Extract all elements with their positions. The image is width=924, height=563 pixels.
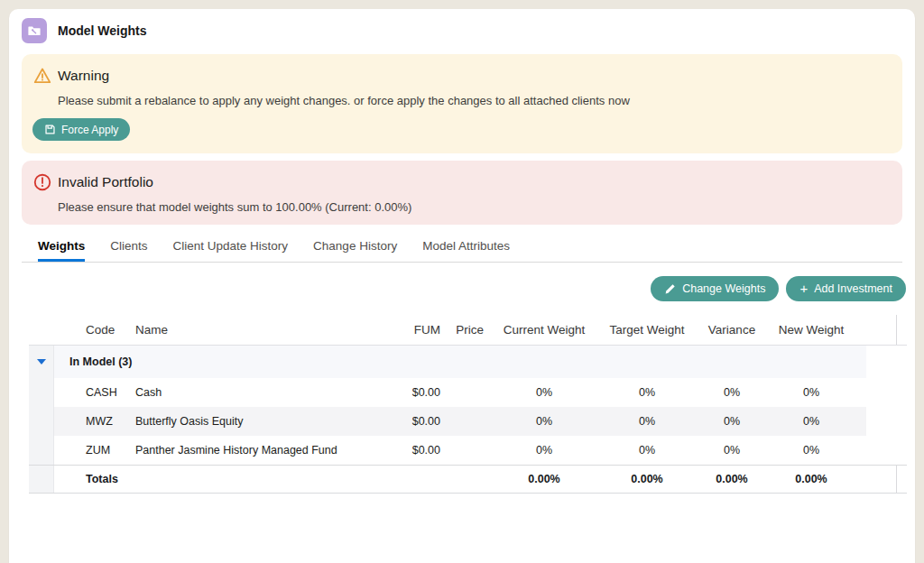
cell-fum: $0.00 xyxy=(385,386,448,399)
row-gutter xyxy=(29,436,54,465)
weights-table: Code Name FUM Price Current Weight Targe… xyxy=(29,315,907,494)
column-header-price[interactable]: Price xyxy=(448,323,492,337)
error-banner: Invalid Portfolio Please ensure that mod… xyxy=(22,161,902,225)
warning-title: Warning xyxy=(58,68,109,84)
add-investment-label: Add Investment xyxy=(814,282,892,295)
cell-fum: $0.00 xyxy=(385,444,448,457)
cell-target-weight: 0% xyxy=(596,444,698,457)
force-apply-label: Force Apply xyxy=(61,124,118,136)
tab-change-history[interactable]: Change History xyxy=(313,239,397,262)
column-header-new-weight[interactable]: New Weight xyxy=(766,323,856,337)
totals-label: Totals xyxy=(79,473,130,485)
cell-current-weight: 0% xyxy=(492,386,596,399)
cell-new-weight: 0% xyxy=(766,386,856,399)
tab-client-update-history[interactable]: Client Update History xyxy=(173,239,289,262)
warning-banner-head: Warning xyxy=(32,66,890,86)
plus-icon: + xyxy=(799,282,808,295)
totals-variance: 0.00% xyxy=(698,473,766,485)
group-row-in-model: In Model (3) xyxy=(29,346,907,378)
tab-bar: Weights Clients Client Update History Ch… xyxy=(22,239,902,263)
column-header-target-weight[interactable]: Target Weight xyxy=(596,323,698,337)
tab-clients[interactable]: Clients xyxy=(110,239,147,262)
error-title: Invalid Portfolio xyxy=(58,174,153,190)
table-row-cash[interactable]: CASH Cash $0.00 0% 0% 0% 0% xyxy=(29,378,907,407)
cell-variance: 0% xyxy=(698,386,766,399)
cell-current-weight: 0% xyxy=(492,415,596,428)
totals-pinned-column-divider xyxy=(896,466,907,493)
warning-triangle-icon xyxy=(32,66,52,86)
table-header-row: Code Name FUM Price Current Weight Targe… xyxy=(29,315,907,346)
cell-new-weight: 0% xyxy=(766,415,856,428)
change-weights-button[interactable]: Change Weights xyxy=(651,276,779,301)
group-gutter xyxy=(29,346,54,378)
table-row-zum[interactable]: ZUM Panther Jasmine History Managed Fund… xyxy=(29,436,907,465)
pencil-icon xyxy=(664,283,676,295)
cell-name: Cash xyxy=(130,386,385,399)
column-header-current-weight[interactable]: Current Weight xyxy=(492,323,596,337)
cell-name: Butterfly Oasis Equity xyxy=(130,415,385,428)
tab-model-attributes[interactable]: Model Attributes xyxy=(422,239,510,262)
row-icon-cell xyxy=(54,444,79,457)
totals-target-weight: 0.00% xyxy=(596,473,698,485)
save-icon xyxy=(44,124,56,135)
cell-code: ZUM xyxy=(79,444,130,457)
cell-target-weight: 0% xyxy=(596,415,698,428)
totals-current-weight: 0.00% xyxy=(492,473,596,485)
cell-fum: $0.00 xyxy=(385,415,448,428)
cell-code: CASH xyxy=(79,386,130,399)
cell-target-weight: 0% xyxy=(596,386,698,399)
header-pinned-column-divider xyxy=(896,315,907,345)
cell-name: Panther Jasmine History Managed Fund xyxy=(130,444,385,457)
card-header: Model Weights xyxy=(9,9,915,52)
cell-variance: 0% xyxy=(698,444,766,457)
table-actions: Change Weights + Add Investment xyxy=(18,276,906,301)
warning-message: Please submit a rebalance to apply any w… xyxy=(58,94,890,107)
row-icon-cell xyxy=(54,415,79,428)
model-weights-card: Model Weights Warning Please submit a re… xyxy=(9,9,915,563)
column-header-code[interactable]: Code xyxy=(79,323,130,337)
warning-banner: Warning Please submit a rebalance to app… xyxy=(22,54,902,153)
row-gutter xyxy=(29,378,54,407)
collapse-triangle-icon[interactable] xyxy=(37,359,46,365)
group-label: In Model (3) xyxy=(54,355,856,368)
column-header-fum[interactable]: FUM xyxy=(385,323,448,337)
page-title: Model Weights xyxy=(58,23,147,38)
totals-row: Totals 0.00% 0.00% 0.00% 0.00% xyxy=(29,465,907,494)
model-weights-app-icon xyxy=(22,18,47,43)
tab-weights[interactable]: Weights xyxy=(38,239,85,262)
error-circle-icon xyxy=(32,172,52,192)
totals-new-weight: 0.00% xyxy=(766,473,856,485)
column-header-name[interactable]: Name xyxy=(130,323,385,337)
totals-gutter xyxy=(29,466,54,493)
row-gutter xyxy=(29,407,54,436)
cell-variance: 0% xyxy=(698,415,766,428)
cell-new-weight: 0% xyxy=(766,444,856,457)
column-header-variance[interactable]: Variance xyxy=(698,323,766,337)
table-row-mwz[interactable]: MWZ Butterfly Oasis Equity $0.00 0% 0% 0… xyxy=(29,407,907,436)
error-banner-head: Invalid Portfolio xyxy=(32,172,890,192)
cell-current-weight: 0% xyxy=(492,444,596,457)
error-message: Please ensure that model weights sum to … xyxy=(58,200,890,214)
change-weights-label: Change Weights xyxy=(682,282,765,295)
add-investment-button[interactable]: + Add Investment xyxy=(786,276,906,301)
cell-code: MWZ xyxy=(79,415,130,428)
force-apply-button[interactable]: Force Apply xyxy=(32,118,130,141)
row-icon-cell xyxy=(54,386,79,399)
folder-wrench-icon xyxy=(27,23,42,38)
